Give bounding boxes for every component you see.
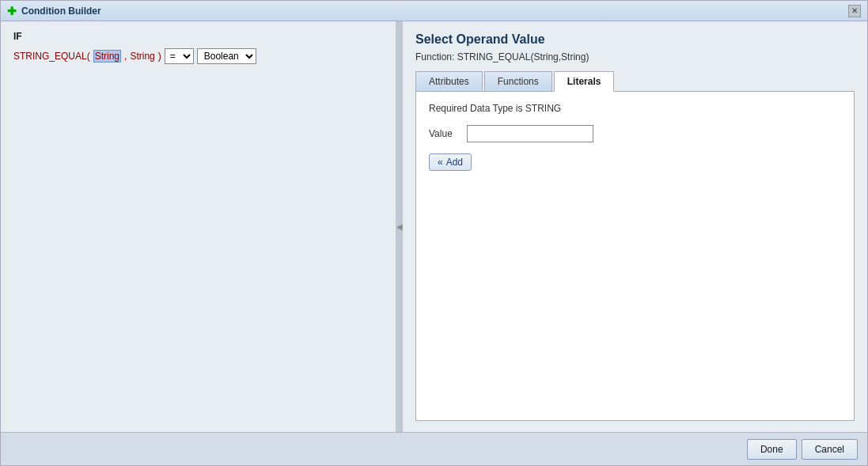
func-separator: , [124, 51, 127, 62]
main-content: IF STRING_EQUAL(String,String) = != < > … [1, 21, 867, 432]
bottom-bar: Done Cancel [1, 432, 867, 465]
title-bar: ✚ Condition Builder ✕ [1, 1, 867, 21]
func-param1[interactable]: String [93, 50, 121, 63]
title-bar-left: ✚ Condition Builder [7, 5, 101, 17]
condition-builder-window: ✚ Condition Builder ✕ IF STRING_EQUAL(St… [0, 0, 868, 466]
condition-row: STRING_EQUAL(String,String) = != < > Boo… [13, 48, 383, 64]
done-button[interactable]: Done [747, 439, 797, 460]
left-panel: IF STRING_EQUAL(String,String) = != < > … [1, 21, 396, 432]
close-button[interactable]: ✕ [848, 5, 861, 17]
window-title: Condition Builder [21, 6, 101, 17]
value-row: Value [429, 125, 841, 142]
func-name: STRING_EQUAL( [13, 51, 90, 62]
panel-title: Select Operand Value [415, 32, 855, 47]
if-label: IF [13, 31, 383, 42]
divider-handle[interactable]: ◀ [396, 21, 403, 432]
cancel-button[interactable]: Cancel [802, 439, 858, 460]
value-label: Value [429, 128, 461, 139]
func-param2: String [130, 51, 154, 62]
add-button-label: Add [446, 157, 463, 168]
tab-attributes[interactable]: Attributes [415, 71, 483, 92]
tab-literals[interactable]: Literals [554, 71, 615, 92]
tabs-container: Attributes Functions Literals [415, 70, 855, 91]
right-panel: Select Operand Value Function: STRING_EQ… [403, 21, 867, 432]
operator-select[interactable]: = != < > [165, 48, 194, 64]
add-button[interactable]: « Add [429, 153, 472, 171]
required-text: Required Data Type is STRING [429, 103, 841, 114]
plus-icon: ✚ [7, 5, 17, 17]
func-close: ) [158, 51, 161, 62]
tab-functions[interactable]: Functions [484, 71, 552, 92]
tab-content-literals: Required Data Type is STRING Value « Add [415, 91, 855, 421]
chevron-left-icon: « [438, 157, 443, 168]
function-label: Function: STRING_EQUAL(String,String) [415, 51, 855, 63]
value-input[interactable] [467, 125, 593, 142]
boolean-select[interactable]: Boolean true false [197, 48, 256, 64]
